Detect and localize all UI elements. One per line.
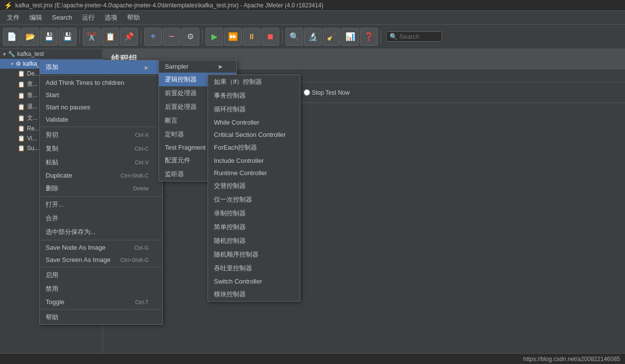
logic-include-label: Include Controller xyxy=(214,157,264,164)
menu-item-编辑[interactable]: 编辑 xyxy=(25,11,47,24)
menu-item-文件[interactable]: 文件 xyxy=(2,11,25,24)
add-button[interactable]: + xyxy=(144,28,162,46)
sub1-listener-label: 监听器 xyxy=(165,170,184,179)
tree-icon: 🔧 xyxy=(8,51,15,57)
logic-item-loop[interactable]: 循环控制器 xyxy=(208,103,300,116)
logic-item-while[interactable]: While Controller xyxy=(208,116,300,129)
logic-item-throughput[interactable]: 吞吐里控制器 xyxy=(208,261,300,275)
menu-item-选项[interactable]: 选项 xyxy=(100,11,122,24)
stop-button[interactable]: ⏹ xyxy=(261,28,279,46)
ctx-item-help[interactable]: 帮助 xyxy=(40,311,162,324)
ctx-duplicate-shortcut: Ctrl+Shift-C xyxy=(121,173,149,179)
logic-switch-label: Switch Controller xyxy=(214,278,262,285)
ctx-item-validate[interactable]: Validate xyxy=(40,113,162,126)
remote-search-button[interactable]: 🔍 xyxy=(286,28,303,46)
logic-random-order-label: 随机顺序控制器 xyxy=(214,250,259,259)
logic-submenu: 如果（If）控制器 事务控制器 循环控制器 While Controller C… xyxy=(208,75,300,302)
ctx-item-start-no-pauses[interactable]: Start no pauses xyxy=(40,101,162,113)
remove-button[interactable]: − xyxy=(163,28,181,46)
tree-icon-8: 📋 xyxy=(18,125,25,132)
title-bar: ⚡ kafka_test.jmx (E:\apache-jmeter-4.0\a… xyxy=(0,0,625,11)
ctx-item-open[interactable]: 打开... xyxy=(40,198,162,211)
menu-item-Search[interactable]: Search xyxy=(47,12,77,23)
start-no-pause-button[interactable]: ⏩ xyxy=(224,28,242,46)
expand-arrow: ▼ xyxy=(2,52,7,57)
save-button[interactable]: 💾 xyxy=(40,28,58,46)
analyze-button[interactable]: 🔬 xyxy=(304,28,322,46)
ctx-item-copy[interactable]: 复制 Ctrl-C xyxy=(40,142,162,156)
logic-item-runtime[interactable]: Runtime Controller xyxy=(208,167,300,179)
copy-button[interactable]: 📋 xyxy=(102,28,119,46)
ctx-merge-label: 合并 xyxy=(46,214,58,223)
logic-item-transaction[interactable]: 事务控制器 xyxy=(208,89,300,103)
ctx-item-add[interactable]: 添加 ▶ xyxy=(40,60,162,74)
logic-item-simple[interactable]: 简单控制器 xyxy=(208,220,300,234)
logic-item-once[interactable]: 仅一次控制器 xyxy=(208,193,300,207)
tree-icon-4: 📋 xyxy=(18,81,25,88)
open-button[interactable]: 📂 xyxy=(22,28,39,46)
logic-item-record[interactable]: 录制控制器 xyxy=(208,207,300,220)
status-url: https://blog.csdn.net/a200822146085 xyxy=(523,356,621,363)
logic-critical-label: Critical Section Controller xyxy=(214,131,286,138)
paste-button[interactable]: 📌 xyxy=(120,28,138,46)
ctx-item-merge[interactable]: 合并 xyxy=(40,211,162,225)
tree-label: kafka_test xyxy=(17,51,44,57)
menu-item-运行[interactable]: 运行 xyxy=(77,11,100,24)
pause-button[interactable]: ⏸ xyxy=(243,28,260,46)
ctx-item-save-screen-image[interactable]: Save Screen As Image Ctrl+Shift-G xyxy=(40,254,162,266)
ctx-sep-2 xyxy=(40,127,162,127)
tree-label-6: 退... xyxy=(27,103,38,111)
ctx-item-delete[interactable]: 删除 Delete xyxy=(40,182,162,195)
ctx-delete-shortcut: Delete xyxy=(133,185,149,191)
logic-item-switch[interactable]: Switch Controller xyxy=(208,275,300,287)
logic-item-random[interactable]: 随机控制器 xyxy=(208,234,300,248)
menu-item-帮助[interactable]: 帮助 xyxy=(122,11,145,24)
settings-button[interactable]: ⚙ xyxy=(182,28,199,46)
ctx-item-paste[interactable]: 粘贴 Ctrl-V xyxy=(40,156,162,169)
radio-stop-now-input[interactable] xyxy=(304,89,310,96)
logic-item-random-order[interactable]: 随机顺序控制器 xyxy=(208,248,300,261)
saveas-button[interactable]: 💾 xyxy=(59,28,77,46)
search-box[interactable]: 🔍 xyxy=(386,31,442,42)
sub1-item-sampler[interactable]: Sampler ▶ xyxy=(159,60,236,73)
report-button[interactable]: 📊 xyxy=(341,28,359,46)
ctx-sep-3 xyxy=(40,196,162,197)
ctx-toggle-shortcut: Ctrl-T xyxy=(135,299,149,305)
ctx-paste-label: 粘贴 xyxy=(46,158,58,167)
start-button[interactable]: ▶ xyxy=(206,28,223,46)
logic-item-module[interactable]: 模块控制器 xyxy=(208,287,300,301)
toolbar-sep-4 xyxy=(282,29,283,44)
ctx-item-save-node-image[interactable]: Save Node As Image Ctrl-G xyxy=(40,241,162,254)
status-bar: https://blog.csdn.net/a200822146085 xyxy=(0,353,625,364)
ctx-item-enable[interactable]: 启用 xyxy=(40,268,162,282)
cut-button[interactable]: ✂️ xyxy=(83,28,101,46)
sub1-sampler-label: Sampler xyxy=(165,63,188,70)
ctx-item-toggle[interactable]: Toggle Ctrl-T xyxy=(40,296,162,308)
logic-item-if[interactable]: 如果（If）控制器 xyxy=(208,75,300,89)
logic-item-critical[interactable]: Critical Section Controller xyxy=(208,129,300,141)
ctx-item-cut[interactable]: 剪切 Ctrl-X xyxy=(40,128,162,142)
logic-item-foreach[interactable]: ForEach控制器 xyxy=(208,141,300,155)
sub1-sampler-arrow: ▶ xyxy=(219,64,223,69)
logic-loop-label: 循环控制器 xyxy=(214,105,246,114)
logic-item-include[interactable]: Include Controller xyxy=(208,155,300,167)
expand-arrow-2: ▼ xyxy=(10,61,15,67)
logic-item-interleave[interactable]: 交替控制器 xyxy=(208,179,300,193)
ctx-item-disable[interactable]: 禁用 xyxy=(40,282,162,296)
logic-transaction-label: 事务控制器 xyxy=(214,91,246,100)
tree-item-kafka-root[interactable]: ▼ 🔧 kafka_test xyxy=(0,49,103,59)
help-button[interactable]: ❓ xyxy=(360,28,378,46)
search-input[interactable] xyxy=(399,33,439,40)
new-button[interactable]: 📄 xyxy=(3,28,21,46)
ctx-item-duplicate[interactable]: Duplicate Ctrl+Shift-C xyxy=(40,169,162,182)
ctx-item-save-selected[interactable]: 选中部分保存为... xyxy=(40,225,162,239)
logic-random-label: 随机控制器 xyxy=(214,236,246,245)
tree-icon-7: 📋 xyxy=(18,115,25,122)
radio-stop-now[interactable]: Stop Test Now xyxy=(304,89,350,96)
ctx-cut-shortcut: Ctrl-X xyxy=(135,132,149,138)
tree-label-9: Vi... xyxy=(27,135,37,142)
clear-button[interactable]: 🧹 xyxy=(323,28,340,46)
tree-label-7: 文... xyxy=(27,114,38,122)
ctx-item-start[interactable]: Start xyxy=(40,89,162,101)
ctx-item-think-times[interactable]: Add Think Times to children xyxy=(40,77,162,89)
